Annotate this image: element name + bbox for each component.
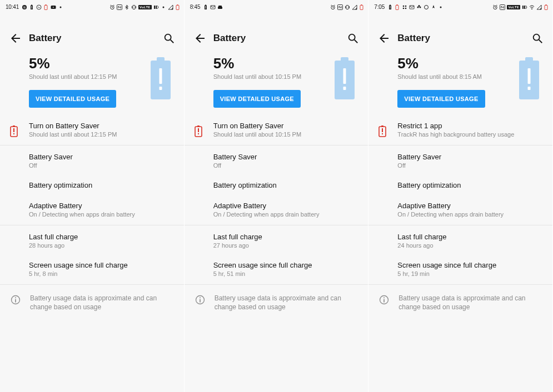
- stat-row: Screen usage since full charge5 hr, 8 mi…: [0, 255, 184, 283]
- stat-sub: 28 hours ago: [29, 242, 175, 249]
- battery-alert-row[interactable]: Restrict 1 appTrackR has high background…: [368, 115, 552, 144]
- info-icon: [10, 294, 21, 305]
- battery-hero: 5%Should last until about 10:15 PMVIEW D…: [185, 51, 368, 115]
- battery-alert-icon: [29, 4, 34, 10]
- stat-title: Last full charge: [213, 233, 360, 241]
- car-icon: [217, 4, 223, 10]
- setting-title: Battery optimization: [29, 181, 175, 189]
- setting-sub: On / Detecting when apps drain battery: [397, 211, 544, 218]
- nfc-icon: [337, 4, 343, 10]
- battery-alert-row[interactable]: Turn on Battery SaverShould last until a…: [185, 115, 368, 144]
- vibrate-icon: [345, 4, 350, 10]
- setting-row[interactable]: Battery SaverOff: [0, 147, 184, 175]
- back-button[interactable]: [193, 32, 207, 45]
- battery-alert-icon: [387, 4, 393, 10]
- stat-row: Last full charge28 hours ago: [0, 227, 184, 255]
- circle-icon: [424, 4, 429, 10]
- status-time: 8:45: [190, 4, 201, 10]
- battery-illustration-icon: [331, 56, 358, 100]
- search-button[interactable]: [163, 32, 175, 44]
- signal-icon: [168, 4, 173, 10]
- info-footer: Battery usage data is approximate and ca…: [185, 286, 368, 319]
- vibrate-icon: [131, 4, 137, 10]
- stat-title: Last full charge: [29, 233, 175, 241]
- battery-alert-icon: [9, 125, 19, 135]
- stat-sub: 5 hr, 51 min: [213, 270, 360, 277]
- setting-title: Battery optimization: [397, 181, 544, 189]
- youtube-icon: [51, 4, 56, 10]
- wifi-icon: [529, 4, 535, 10]
- alert-title: Turn on Battery Saver: [29, 122, 175, 130]
- stat-sub: 5 hr, 8 min: [29, 270, 175, 277]
- status-bar: 8:45: [185, 0, 368, 12]
- info-text: Battery usage data is approximate and ca…: [215, 294, 360, 311]
- alert-title: Turn on Battery Saver: [213, 122, 360, 130]
- setting-row[interactable]: Adaptive BatteryOn / Detecting when apps…: [185, 195, 368, 224]
- setting-title: Battery Saver: [213, 153, 360, 161]
- phone-pane: 7:05VoLTEBattery5%Should last until abou…: [368, 0, 553, 392]
- setting-row[interactable]: Battery optimization: [368, 175, 552, 195]
- stat-row: Screen usage since full charge5 hr, 51 m…: [185, 255, 368, 283]
- battery-hero: 5%Should last until about 12:15 PMVIEW D…: [0, 51, 184, 115]
- setting-title: Adaptive Battery: [29, 202, 175, 210]
- circles-icon: [416, 4, 422, 10]
- back-button[interactable]: [9, 32, 22, 45]
- setting-title: Battery optimization: [213, 181, 360, 189]
- battery-alert-icon: [203, 4, 208, 10]
- page-title: Battery: [397, 33, 531, 44]
- status-time: 7:05: [374, 4, 385, 10]
- lte-icon: [522, 4, 527, 10]
- info-footer: Battery usage data is approximate and ca…: [0, 286, 184, 319]
- info-text: Battery usage data is approximate and ca…: [398, 294, 544, 311]
- stat-title: Screen usage since full charge: [29, 261, 175, 269]
- alarm-icon: [109, 4, 115, 10]
- info-text: Battery usage data is approximate and ca…: [30, 294, 175, 311]
- search-button[interactable]: [531, 32, 544, 44]
- setting-row[interactable]: Battery SaverOff: [368, 147, 552, 175]
- dot2-icon: [161, 4, 166, 10]
- signal-icon: [352, 4, 357, 10]
- setting-title: Adaptive Battery: [397, 202, 544, 210]
- setting-row[interactable]: Adaptive BatteryOn / Detecting when apps…: [368, 195, 552, 224]
- setting-sub: On / Detecting when apps drain battery: [29, 211, 175, 218]
- setting-row[interactable]: Battery SaverOff: [185, 147, 368, 175]
- battery-estimate: Should last until about 8:15 AM: [397, 73, 516, 80]
- dot-icon: [58, 4, 63, 10]
- bluetooth-icon: [124, 4, 129, 10]
- setting-row[interactable]: Battery optimization: [185, 175, 368, 195]
- setting-title: Battery Saver: [29, 153, 175, 161]
- search-button[interactable]: [347, 32, 359, 44]
- dot-icon: [438, 4, 444, 10]
- setting-sub: Off: [29, 162, 175, 169]
- view-detailed-usage-button[interactable]: VIEW DETAILED USAGE: [29, 90, 116, 108]
- phone-pane: 10:41VoLTEBattery5%Should last until abo…: [0, 0, 185, 392]
- view-detailed-usage-button[interactable]: VIEW DETAILED USAGE: [397, 90, 485, 108]
- alert-sub: TrackR has high background battery usage: [397, 131, 544, 138]
- status-bar: 10:41VoLTE: [0, 0, 184, 12]
- spotify-icon: [22, 4, 27, 10]
- stat-sub: 24 hours ago: [397, 242, 544, 249]
- battery-icon: [175, 4, 181, 10]
- signal-icon: [536, 4, 542, 10]
- battery-alert-row[interactable]: Turn on Battery SaverShould last until a…: [0, 115, 184, 144]
- stat-sub: 5 hr, 19 min: [397, 270, 544, 277]
- stat-title: Screen usage since full charge: [213, 261, 360, 269]
- setting-row[interactable]: Battery optimization: [0, 175, 184, 195]
- setting-title: Battery Saver: [397, 153, 544, 161]
- battery-illustration-icon: [147, 56, 174, 100]
- stat-row: Last full charge27 hours ago: [185, 227, 368, 255]
- page-title: Battery: [213, 33, 347, 44]
- battery-percent: 5%: [29, 55, 147, 72]
- setting-row[interactable]: Adaptive BatteryOn / Detecting when apps…: [0, 195, 184, 224]
- page-title: Battery: [29, 33, 163, 44]
- slack-icon: [402, 4, 407, 10]
- info-icon: [195, 294, 206, 305]
- alert-sub: Should last until about 12:15 PM: [29, 131, 175, 138]
- back-button[interactable]: [377, 32, 391, 45]
- alarm-icon: [330, 4, 336, 10]
- setting-sub: Off: [213, 162, 360, 169]
- view-detailed-usage-button[interactable]: VIEW DETAILED USAGE: [213, 90, 301, 108]
- battery-small-icon: [43, 4, 49, 10]
- battery-hero: 5%Should last until about 8:15 AMVIEW DE…: [368, 51, 552, 115]
- alarm-icon: [492, 4, 498, 10]
